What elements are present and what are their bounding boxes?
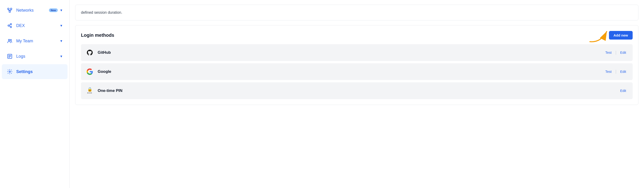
svg-point-12 — [8, 39, 10, 41]
svg-point-13 — [10, 40, 12, 41]
github-divider: | — [615, 50, 616, 55]
svg-line-11 — [9, 26, 10, 27]
networks-badge: New — [49, 8, 58, 12]
dex-chevron: ▼ — [60, 24, 63, 28]
my-team-label: My Team — [16, 39, 58, 44]
google-divider: | — [615, 69, 616, 74]
otp-method-row: 🔒 •••• One-time PIN Edit — [81, 82, 633, 99]
google-test-link[interactable]: Test — [604, 69, 614, 74]
logs-icon — [6, 53, 13, 60]
logs-chevron: ▼ — [60, 54, 63, 58]
svg-point-9 — [10, 26, 12, 28]
sidebar-item-networks[interactable]: Networks New ▼ — [2, 3, 68, 18]
login-methods-title: Login methods — [81, 33, 114, 38]
google-icon — [86, 67, 94, 76]
dex-icon — [6, 22, 13, 29]
svg-point-18 — [9, 71, 10, 72]
dex-label: DEX — [16, 23, 58, 28]
sidebar-item-my-team[interactable]: My Team ▼ — [2, 34, 68, 48]
otp-method-name: One-time PIN — [98, 88, 618, 93]
google-method-name: Google — [98, 69, 604, 74]
settings-icon — [6, 68, 13, 75]
google-method-row: Google Test | Edit — [81, 63, 633, 80]
top-section: defined session duration. — [75, 5, 638, 21]
sidebar-item-logs[interactable]: Logs ▼ — [2, 49, 68, 64]
logs-label: Logs — [16, 54, 58, 59]
top-section-text: defined session duration. — [81, 10, 633, 16]
sidebar-item-dex[interactable]: DEX ▼ — [2, 18, 68, 33]
my-team-icon — [6, 38, 13, 44]
google-actions: Test | Edit — [604, 69, 628, 74]
login-methods-header: Login methods Add new — [81, 31, 633, 40]
settings-label: Settings — [16, 69, 63, 74]
google-edit-link[interactable]: Edit — [618, 69, 628, 74]
svg-line-10 — [9, 25, 10, 26]
sidebar-item-settings[interactable]: Settings — [2, 64, 68, 79]
sidebar: Networks New ▼ DEX ▼ My Team — [0, 0, 70, 188]
github-edit-link[interactable]: Edit — [618, 50, 628, 55]
my-team-chevron: ▼ — [60, 39, 63, 43]
networks-label: Networks — [16, 8, 47, 13]
networks-icon — [6, 7, 13, 14]
pin-dots-symbol: •••• — [87, 92, 92, 94]
add-new-button[interactable]: Add new — [609, 31, 633, 40]
github-actions: Test | Edit — [604, 50, 628, 55]
svg-point-7 — [8, 25, 9, 26]
otp-edit-link[interactable]: Edit — [618, 88, 628, 93]
login-methods-section: Login methods Add new GitHub Test | Edit — [75, 25, 638, 105]
pin-lock-symbol: 🔒 — [87, 87, 92, 91]
networks-chevron: ▼ — [60, 8, 63, 12]
github-method-name: GitHub — [98, 50, 604, 55]
github-test-link[interactable]: Test — [604, 50, 614, 55]
otp-icon: 🔒 •••• — [86, 86, 94, 95]
github-icon — [86, 48, 94, 57]
github-method-row: GitHub Test | Edit — [81, 44, 633, 61]
svg-point-8 — [10, 24, 12, 25]
otp-actions: Edit — [618, 88, 628, 93]
main-content: defined session duration. Login methods … — [70, 0, 644, 188]
